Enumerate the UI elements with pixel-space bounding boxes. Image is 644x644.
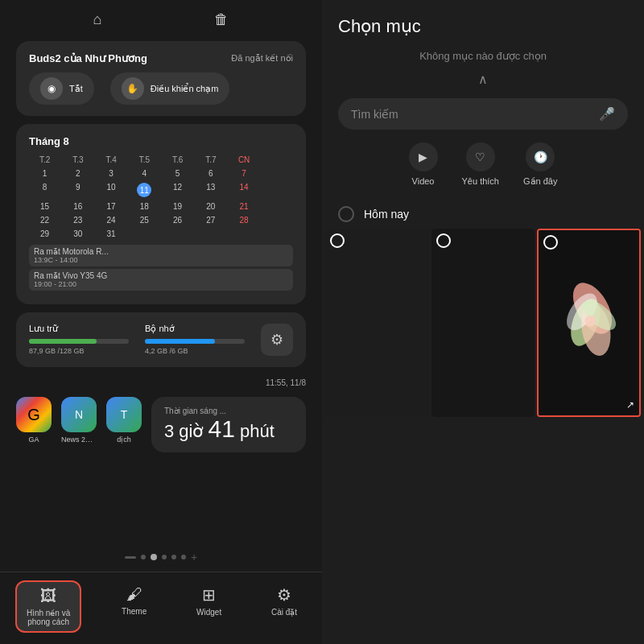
nav-wallpaper[interactable]: 🖼 Hình nền vàphong cách [15, 580, 81, 633]
cal-7[interactable]: 7 [229, 167, 260, 180]
buds-title: Buds2 của Như Phương [29, 52, 147, 64]
nav-theme[interactable]: 🖌 Theme [112, 580, 156, 633]
storage-luu-label: Lưu trữ [29, 324, 129, 334]
cal-29[interactable]: 29 [29, 228, 60, 240]
image-cell-2[interactable] [431, 229, 535, 417]
timestamp: 11:55, 11/8 [16, 375, 306, 390]
storage-bo-numbers: 4,2 GB /6 GB [145, 347, 245, 355]
right-title: Chọn mục [338, 16, 628, 37]
app-news[interactable]: N News 2021 report s R... [61, 397, 97, 444]
top-bar: ⌂ 🗑 [0, 0, 322, 35]
category-row: ▶ Video ♡ Yêu thích 🕐 Gần đây [322, 142, 644, 200]
cal-13[interactable]: 13 [195, 181, 226, 199]
app-translate[interactable]: T dịch [106, 397, 142, 444]
cell-radio-1 [330, 233, 345, 248]
cat-video-icon: ▶ [409, 142, 438, 171]
cal-14[interactable]: 14 [229, 181, 260, 199]
cal-24[interactable]: 24 [96, 214, 127, 226]
buds-status: Đã ngắt kết nối [231, 53, 293, 64]
cat-favorites[interactable]: ♡ Yêu thích [462, 142, 499, 187]
image-grid: ↗ [322, 229, 644, 644]
svg-point-5 [584, 316, 596, 327]
cal-15[interactable]: 15 [29, 200, 60, 213]
chevron-up-icon[interactable]: ∧ [338, 68, 628, 90]
cal-22[interactable]: 22 [29, 214, 60, 226]
event-2[interactable]: Ra mắt Vivo Y35 4G 19:00 - 21:00 [29, 269, 293, 291]
storage-bo-fill [145, 339, 215, 344]
cal-2[interactable]: 2 [62, 167, 93, 180]
cal-31[interactable]: 31 [96, 228, 127, 240]
cal-19[interactable]: 19 [162, 200, 193, 213]
dot-line [125, 556, 136, 559]
nav-widget-icon: ⊞ [202, 585, 216, 605]
cal-8[interactable]: 8 [29, 181, 60, 199]
dot-4 [171, 555, 176, 559]
app-translate-label: dịch [117, 436, 131, 444]
image-cell-3[interactable]: ↗ [537, 229, 641, 417]
event-1[interactable]: Ra mắt Motorola R... 13:9C - 14:00 [29, 245, 293, 266]
cal-1[interactable]: 1 [29, 167, 60, 180]
home-icon[interactable]: ⌂ [93, 11, 102, 28]
cat-video[interactable]: ▶ Video [409, 142, 438, 187]
cat-favorites-label: Yêu thích [462, 176, 499, 186]
calendar-card: Tháng 8 T.2 T.3 T.4 T.5 T.6 T.7 CN 1 2 3… [16, 124, 306, 304]
mic-icon[interactable]: 🎤 [599, 106, 615, 122]
search-bar[interactable]: Tìm kiếm 🎤 [338, 98, 628, 130]
dot-plus: + [191, 551, 197, 564]
cal-17[interactable]: 17 [96, 200, 127, 213]
expand-icon-3[interactable]: ↗ [626, 399, 634, 411]
image-cell-1[interactable] [325, 229, 429, 417]
wallpaper-svg [554, 258, 624, 387]
nav-settings-label: Cài đặt [271, 608, 297, 617]
cal-12[interactable]: 12 [162, 181, 193, 199]
nav-settings[interactable]: ⚙ Cài đặt [262, 580, 307, 633]
buds-off-control[interactable]: ◉ Tắt [29, 72, 94, 105]
search-placeholder: Tìm kiếm [351, 108, 592, 121]
cal-23[interactable]: 23 [62, 214, 93, 226]
cal-4[interactable]: 4 [129, 167, 160, 180]
trash-icon[interactable]: 🗑 [214, 11, 229, 28]
cal-20[interactable]: 20 [195, 200, 226, 213]
cal-25[interactable]: 25 [129, 214, 160, 226]
buds-touch-icon: ✋ [122, 77, 144, 100]
cal-h6: T.7 [195, 154, 226, 166]
storage-icon: ⚙ [261, 324, 293, 356]
storage-luu-track [29, 339, 129, 344]
cal-5[interactable]: 5 [162, 167, 193, 180]
buds-touch-label: Điều khiển chạm [151, 84, 219, 94]
weather-time: 3 giờ 41 phút [164, 415, 293, 443]
cat-favorites-icon: ♡ [466, 142, 495, 171]
cal-16[interactable]: 16 [62, 200, 93, 213]
cat-recent[interactable]: 🕐 Gần đây [523, 142, 557, 187]
app-ga[interactable]: G GA [16, 397, 52, 444]
cal-3[interactable]: 3 [96, 167, 127, 180]
dot-5 [181, 555, 186, 559]
cal-9[interactable]: 9 [62, 181, 93, 199]
cal-h4: T.5 [129, 154, 160, 166]
cal-30[interactable]: 30 [62, 228, 93, 240]
section-radio[interactable] [338, 206, 354, 222]
artwork-3 [539, 230, 639, 415]
cal-21[interactable]: 21 [229, 200, 260, 213]
dot-active [151, 554, 157, 560]
dots-nav: + [0, 543, 322, 572]
buds-off-icon: ◉ [40, 77, 63, 100]
cal-27[interactable]: 27 [195, 214, 226, 226]
cal-h2: T.3 [62, 154, 93, 166]
cal-18[interactable]: 18 [129, 200, 160, 213]
app-ga-icon: G [16, 397, 52, 432]
no-selection-text: Không mục nào được chọn [338, 43, 628, 68]
cal-11[interactable]: 11 [129, 181, 160, 199]
cal-6[interactable]: 6 [195, 167, 226, 180]
event-1-time: 13:9C - 14:00 [34, 256, 288, 264]
nav-wallpaper-label: Hình nền vàphong cách [27, 609, 70, 626]
cal-26[interactable]: 26 [162, 214, 193, 226]
buds-touch-control[interactable]: ✋ Điều khiển chạm [110, 72, 230, 105]
cal-10[interactable]: 10 [96, 181, 127, 199]
cal-h5: T.6 [162, 154, 193, 166]
calendar-events: Ra mắt Motorola R... 13:9C - 14:00 Ra mắ… [29, 245, 293, 291]
nav-theme-label: Theme [122, 607, 147, 616]
buds-card: Buds2 của Như Phương Đã ngắt kết nối ◉ T… [16, 41, 306, 116]
nav-widget[interactable]: ⊞ Widget [187, 580, 231, 633]
cal-28[interactable]: 28 [229, 214, 260, 226]
